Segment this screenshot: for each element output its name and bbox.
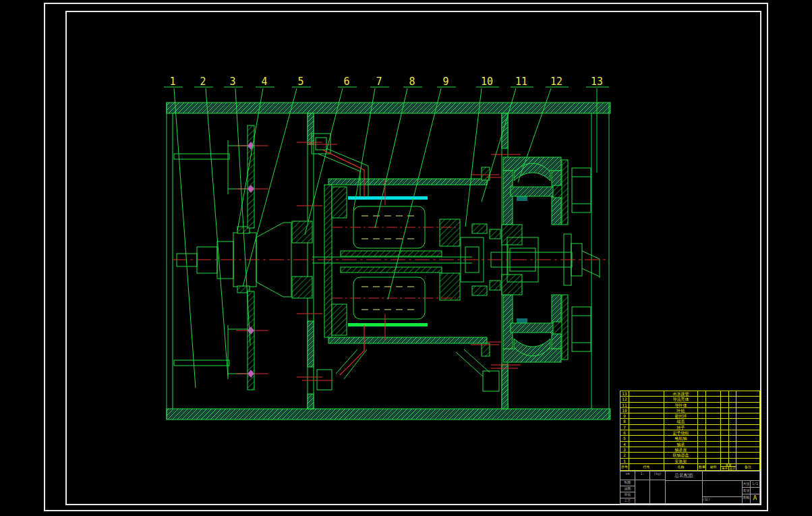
cell-qty bbox=[698, 413, 706, 419]
cell-single bbox=[721, 403, 729, 408]
cell-no: 8 bbox=[620, 419, 629, 424]
cell-code bbox=[629, 430, 664, 436]
cell-name: 出水接管 bbox=[664, 391, 699, 397]
row-label-1: 描图 bbox=[620, 486, 635, 492]
cell-name: 轴承 bbox=[664, 442, 699, 447]
table-row: 11导叶体 bbox=[620, 403, 760, 408]
date-cell: (日) bbox=[703, 497, 743, 503]
cell-single bbox=[721, 413, 729, 419]
cell-single bbox=[721, 397, 729, 402]
cell-remark bbox=[736, 408, 760, 413]
cell-code bbox=[629, 403, 664, 408]
cell-name: 密封环 bbox=[664, 413, 699, 419]
cell-code bbox=[629, 408, 664, 413]
callout-7: 7 bbox=[376, 76, 382, 88]
cell-no: 9 bbox=[620, 413, 629, 419]
cell-no: 3 bbox=[620, 447, 629, 453]
callout-10: 10 bbox=[481, 76, 493, 88]
cell-total bbox=[729, 430, 736, 436]
cell-remark bbox=[736, 403, 760, 408]
callout-12: 12 bbox=[550, 76, 562, 88]
cell-name: 定子绕组 bbox=[664, 430, 699, 436]
cell-single bbox=[721, 425, 729, 430]
sheetno-label: 第张 bbox=[743, 488, 751, 494]
size-value: A bbox=[751, 494, 759, 503]
cell-name: 导流壳体 bbox=[664, 397, 699, 402]
cell-single bbox=[721, 408, 729, 413]
cell-no: 10 bbox=[620, 408, 629, 413]
cell-total bbox=[729, 425, 736, 430]
cell-total bbox=[729, 391, 736, 397]
cell-no: 4 bbox=[620, 442, 629, 447]
title-block: ⊖⊕ 1: (kg) 制图 描图 审核 工艺 总装配图 (日) 共张 1/1 第… bbox=[620, 471, 760, 504]
cell-name: 轴承座 bbox=[664, 447, 699, 453]
header-remark: 备注 bbox=[736, 463, 760, 471]
header-weight: 重量 单件 总计 bbox=[721, 463, 736, 471]
rotor-bar-bottom bbox=[341, 267, 442, 273]
table-row: 5电机轴 bbox=[620, 436, 760, 441]
cell-code bbox=[629, 425, 664, 430]
callout-8: 8 bbox=[409, 76, 415, 88]
projection-symbol: ⊖⊕ bbox=[620, 471, 635, 480]
cell-single bbox=[721, 419, 729, 424]
table-row: 8端盖 bbox=[620, 419, 760, 424]
cell-qty bbox=[698, 436, 706, 441]
cell-material bbox=[706, 391, 721, 397]
cell-code bbox=[629, 413, 664, 419]
shaft-break-lines bbox=[582, 251, 600, 278]
header-total: 总计 bbox=[729, 467, 736, 470]
cell-qty bbox=[698, 408, 706, 413]
cell-qty bbox=[698, 419, 706, 424]
callout-2: 2 bbox=[200, 76, 206, 88]
stator-core-bottom-highlight bbox=[348, 323, 428, 326]
bearing-left bbox=[292, 221, 312, 243]
cell-remark bbox=[736, 425, 760, 430]
cell-single bbox=[721, 442, 729, 447]
cell-name: 端盖 bbox=[664, 419, 699, 424]
row-label-3: 工艺 bbox=[620, 498, 635, 503]
cell-material bbox=[706, 413, 721, 419]
cell-code bbox=[629, 447, 664, 453]
cell-material bbox=[706, 397, 721, 402]
cell-remark bbox=[736, 397, 760, 402]
cell-name: 电机轴 bbox=[664, 436, 699, 441]
callout-5: 5 bbox=[297, 76, 303, 88]
cell-total bbox=[729, 447, 736, 453]
cad-canvas: 1 2 3 4 5 6 7 8 9 10 11 12 13 13出水接管12导流… bbox=[0, 0, 812, 516]
header-no: 序号 bbox=[620, 463, 629, 471]
cell-material bbox=[706, 442, 721, 447]
table-row: 10叶轮 bbox=[620, 408, 760, 413]
sheetno-value bbox=[751, 488, 759, 494]
cell-single bbox=[721, 430, 729, 436]
cell-total bbox=[729, 413, 736, 419]
header-code: 代号 bbox=[629, 463, 664, 471]
table-row: 4轴承 bbox=[620, 442, 760, 447]
cell-code bbox=[629, 442, 664, 447]
callout-11: 11 bbox=[515, 76, 527, 88]
row-label-0: 制图 bbox=[620, 480, 635, 486]
cell-single bbox=[721, 447, 729, 453]
sheet-label: 共张 bbox=[743, 481, 751, 488]
cell-no: 6 bbox=[620, 430, 629, 436]
callout-13: 13 bbox=[591, 76, 603, 88]
header-name: 名称 bbox=[664, 463, 699, 471]
sheet-value: 1/1 bbox=[751, 481, 759, 488]
cell-remark bbox=[736, 413, 760, 419]
cell-qty bbox=[698, 425, 706, 430]
terminal-box bbox=[312, 134, 330, 154]
cell-name: 联轴器盘 bbox=[664, 453, 699, 458]
cell-name: 导叶体 bbox=[664, 403, 699, 408]
cell-remark bbox=[736, 442, 760, 447]
cell-remark bbox=[736, 391, 760, 397]
cell-no: 5 bbox=[620, 436, 629, 441]
size-label: 图幅 bbox=[743, 494, 751, 503]
cell-material bbox=[706, 419, 721, 424]
cell-no: 7 bbox=[620, 425, 629, 430]
cell-remark bbox=[736, 430, 760, 436]
cell-total bbox=[729, 453, 736, 458]
callout-3: 3 bbox=[229, 76, 235, 88]
header-qty: 数量 bbox=[698, 463, 706, 471]
cell-qty bbox=[698, 397, 706, 402]
cell-single bbox=[721, 436, 729, 441]
cell-name: 叶轮 bbox=[664, 408, 699, 413]
